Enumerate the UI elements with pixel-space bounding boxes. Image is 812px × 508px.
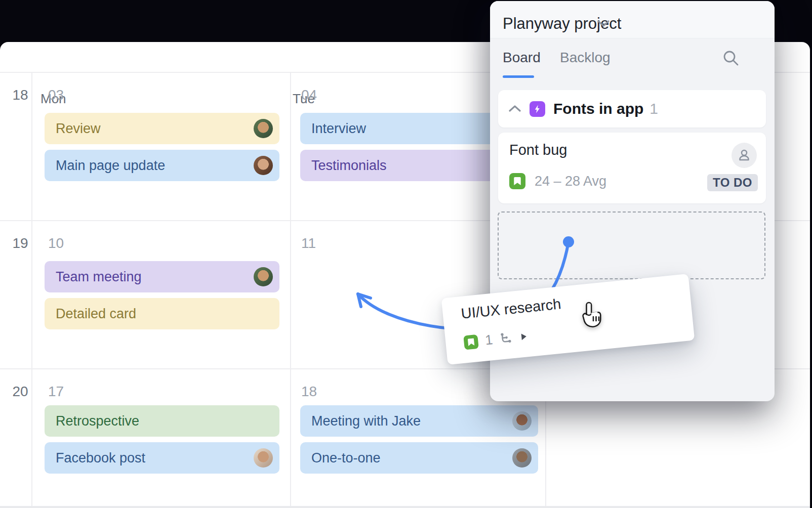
list-count: 1 bbox=[649, 100, 658, 117]
tab-backlog[interactable]: Backlog bbox=[560, 50, 611, 66]
event-title: One-to-one bbox=[311, 450, 381, 466]
estimate-text: 24 – 28 Avg bbox=[535, 174, 606, 189]
list-title: Fonts in app bbox=[553, 100, 643, 117]
avatar bbox=[512, 448, 532, 468]
dragged-card-meta: 1 bbox=[463, 328, 527, 350]
bookmark-label-icon bbox=[509, 173, 525, 189]
panel-header: Planyway project bbox=[490, 1, 775, 38]
task-meta: 24 – 28 Avg bbox=[509, 173, 606, 189]
calendar-event[interactable]: Team meeting bbox=[45, 261, 279, 292]
event-title: Main page update bbox=[56, 158, 165, 174]
calendar-event[interactable]: Meeting with Jake bbox=[300, 405, 538, 437]
avatar bbox=[512, 411, 532, 431]
search-icon[interactable] bbox=[721, 49, 741, 69]
avatar bbox=[254, 448, 273, 468]
dragged-card-title: UI/UX research bbox=[460, 295, 562, 322]
event-title: Review bbox=[56, 121, 101, 137]
date-number: 04 bbox=[301, 87, 317, 103]
event-title: Retrospective bbox=[56, 413, 139, 429]
board-list-header[interactable]: Fonts in app 1 bbox=[498, 90, 766, 128]
event-title: Detailed card bbox=[56, 306, 136, 322]
event-title: Team meeting bbox=[56, 269, 142, 285]
task-card-font-bug[interactable]: Font bug 24 – 28 Avg TO DO bbox=[498, 133, 766, 203]
lightning-icon bbox=[530, 101, 545, 117]
date-number: 10 bbox=[48, 235, 64, 251]
week-number: 18 bbox=[10, 87, 30, 103]
calendar-event[interactable]: Facebook post bbox=[45, 442, 279, 474]
date-number: 18 bbox=[301, 384, 317, 400]
calendar-event[interactable]: One-to-one bbox=[300, 442, 538, 474]
grid-line bbox=[31, 72, 32, 506]
event-title: Meeting with Jake bbox=[311, 413, 421, 429]
date-number: 11 bbox=[301, 235, 316, 251]
avatar bbox=[254, 267, 273, 286]
status-badge: TO DO bbox=[707, 174, 758, 191]
date-number: 03 bbox=[48, 87, 64, 103]
calendar-event[interactable]: Review bbox=[45, 113, 279, 144]
drop-placeholder[interactable] bbox=[498, 211, 765, 279]
grab-hand-cursor bbox=[578, 301, 605, 330]
assignee-placeholder[interactable] bbox=[732, 143, 757, 168]
tab-board[interactable]: Board bbox=[503, 50, 541, 66]
avatar bbox=[254, 119, 273, 138]
active-tab-indicator bbox=[503, 75, 534, 78]
chevron-down-icon[interactable] bbox=[596, 19, 611, 28]
chevron-up-icon[interactable] bbox=[508, 105, 521, 113]
badge-count: 1 bbox=[484, 332, 494, 348]
week-number: 20 bbox=[10, 384, 30, 400]
subtasks-icon bbox=[499, 331, 514, 346]
calendar-event[interactable]: Retrospective bbox=[45, 405, 279, 437]
event-title: Testimonials bbox=[311, 158, 387, 174]
task-title: Font bug bbox=[509, 142, 567, 158]
calendar-event[interactable]: Main page update bbox=[45, 150, 279, 181]
expand-arrow-icon bbox=[520, 332, 527, 341]
grid-line bbox=[290, 72, 291, 506]
calendar-event[interactable]: Detailed card bbox=[45, 298, 279, 329]
date-number: 17 bbox=[48, 384, 64, 400]
bookmark-label-icon bbox=[463, 334, 479, 350]
week-number: 19 bbox=[10, 235, 30, 251]
window-bottom-edge bbox=[0, 506, 810, 508]
event-title: Facebook post bbox=[56, 450, 145, 466]
avatar bbox=[254, 156, 273, 175]
event-title: Interview bbox=[311, 121, 366, 137]
